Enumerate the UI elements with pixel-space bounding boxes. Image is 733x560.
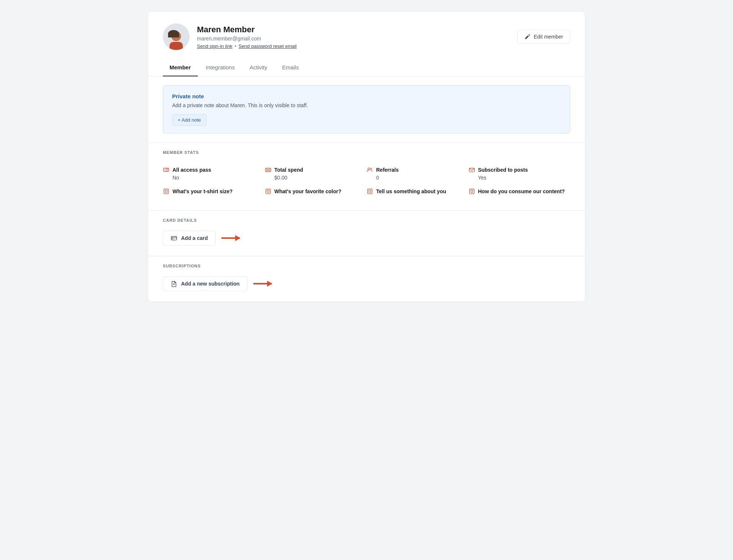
custom-field-icon-4 bbox=[469, 188, 475, 195]
stat-all-access-title: All access pass bbox=[172, 167, 211, 173]
stat-tshirt-title: What's your t-shirt size? bbox=[172, 188, 233, 194]
stat-subscribed-posts: Subscribed to posts Yes bbox=[469, 163, 571, 184]
add-card-arrow bbox=[221, 237, 240, 239]
pencil-icon bbox=[524, 33, 531, 40]
member-header: Maren Member maren.member@gmail.com Send… bbox=[148, 11, 585, 59]
svg-rect-12 bbox=[164, 189, 169, 194]
add-subscription-button[interactable]: Add a new subscription bbox=[163, 276, 247, 291]
svg-rect-5 bbox=[265, 168, 270, 172]
subscriptions-content: Add a new subscription bbox=[148, 269, 585, 302]
add-doc-icon bbox=[171, 280, 177, 287]
member-info: Maren Member maren.member@gmail.com Send… bbox=[163, 23, 297, 50]
svg-point-9 bbox=[368, 168, 370, 170]
password-reset-link[interactable]: Send password reset email bbox=[239, 43, 297, 49]
svg-point-1 bbox=[164, 169, 165, 170]
stat-fav-color-title: What's your favorite color? bbox=[275, 188, 342, 194]
sign-in-link[interactable]: Send sign-in link bbox=[197, 43, 232, 49]
ticket-icon bbox=[163, 167, 170, 173]
stat-subscribed-value: Yes bbox=[469, 175, 571, 181]
tab-activity[interactable]: Activity bbox=[243, 59, 274, 76]
stat-subscribed-title: Subscribed to posts bbox=[478, 167, 528, 173]
add-card-button[interactable]: Add a card bbox=[163, 231, 216, 246]
private-note-description: Add a private note about Maren. This is … bbox=[172, 102, 561, 108]
svg-rect-16 bbox=[368, 189, 372, 194]
referrals-icon bbox=[366, 167, 373, 173]
email-icon bbox=[469, 167, 475, 173]
card-details-section: CARD DETAILS bbox=[148, 210, 585, 223]
svg-rect-15 bbox=[267, 190, 269, 192]
member-email: maren.member@gmail.com bbox=[197, 36, 297, 42]
add-subscription-label: Add a new subscription bbox=[181, 281, 240, 287]
private-note-section: Private note Add a private note about Ma… bbox=[163, 85, 570, 134]
avatar-hair bbox=[168, 30, 179, 37]
tab-emails[interactable]: Emails bbox=[275, 59, 305, 76]
subscriptions-section: SUBSCRIPTIONS bbox=[148, 256, 585, 269]
member-card: Maren Member maren.member@gmail.com Send… bbox=[148, 11, 585, 302]
svg-rect-13 bbox=[165, 190, 167, 192]
add-subscription-row: Add a new subscription bbox=[163, 276, 570, 291]
custom-field-icon-2 bbox=[265, 188, 272, 195]
member-stats-label: MEMBER STATS bbox=[163, 150, 199, 155]
member-name: Maren Member bbox=[197, 25, 297, 34]
add-note-button[interactable]: + Add note bbox=[172, 114, 207, 126]
svg-rect-14 bbox=[266, 189, 270, 194]
svg-point-10 bbox=[371, 168, 372, 170]
avatar-body bbox=[170, 42, 183, 50]
card-icon bbox=[171, 235, 177, 241]
svg-rect-22 bbox=[172, 238, 174, 239]
stats-grid: All access pass No Total spend $0.00 bbox=[148, 155, 585, 210]
stat-total-spend: Total spend $0.00 bbox=[265, 163, 367, 184]
link-separator: • bbox=[234, 43, 236, 49]
private-note-title: Private note bbox=[172, 93, 561, 99]
svg-rect-17 bbox=[369, 190, 371, 192]
stat-consume-content: How do you consume our content? bbox=[469, 184, 571, 200]
svg-rect-19 bbox=[471, 190, 473, 192]
stat-referrals-value: 0 bbox=[366, 175, 469, 181]
tab-integrations[interactable]: Integrations bbox=[199, 59, 241, 76]
stat-referrals-title: Referrals bbox=[376, 167, 399, 173]
member-stats-section: MEMBER STATS bbox=[148, 142, 585, 155]
stat-fav-color: What's your favorite color? bbox=[265, 184, 367, 200]
add-card-label: Add a card bbox=[181, 235, 208, 241]
stat-total-spend-title: Total spend bbox=[275, 167, 303, 173]
svg-rect-20 bbox=[171, 237, 177, 240]
svg-rect-18 bbox=[469, 189, 474, 194]
custom-field-icon-1 bbox=[163, 188, 170, 195]
stat-total-spend-value: $0.00 bbox=[265, 175, 367, 181]
stat-tshirt: What's your t-shirt size? bbox=[163, 184, 265, 200]
member-links: Send sign-in link • Send password reset … bbox=[197, 43, 297, 49]
tab-member[interactable]: Member bbox=[163, 59, 198, 76]
add-subscription-arrow bbox=[253, 283, 272, 284]
tabs-nav: Member Integrations Activity Emails bbox=[148, 59, 585, 76]
avatar bbox=[163, 23, 190, 50]
svg-point-6 bbox=[267, 169, 269, 171]
stat-about-you: Tell us something about you bbox=[366, 184, 469, 200]
card-details-label: CARD DETAILS bbox=[163, 218, 197, 223]
stat-referrals: Referrals 0 bbox=[366, 163, 469, 184]
custom-field-icon-3 bbox=[366, 188, 373, 195]
add-card-row: Add a card bbox=[163, 231, 570, 246]
member-details: Maren Member maren.member@gmail.com Send… bbox=[197, 25, 297, 49]
stat-all-access: All access pass No bbox=[163, 163, 265, 184]
card-details-content: Add a card bbox=[148, 223, 585, 256]
money-icon bbox=[265, 167, 272, 173]
stat-about-you-title: Tell us something about you bbox=[376, 188, 446, 194]
stat-all-access-value: No bbox=[163, 175, 265, 181]
edit-button-label: Edit member bbox=[534, 34, 563, 40]
edit-member-button[interactable]: Edit member bbox=[517, 30, 570, 44]
subscriptions-label: SUBSCRIPTIONS bbox=[163, 264, 201, 268]
stat-consume-title: How do you consume our content? bbox=[478, 188, 565, 194]
